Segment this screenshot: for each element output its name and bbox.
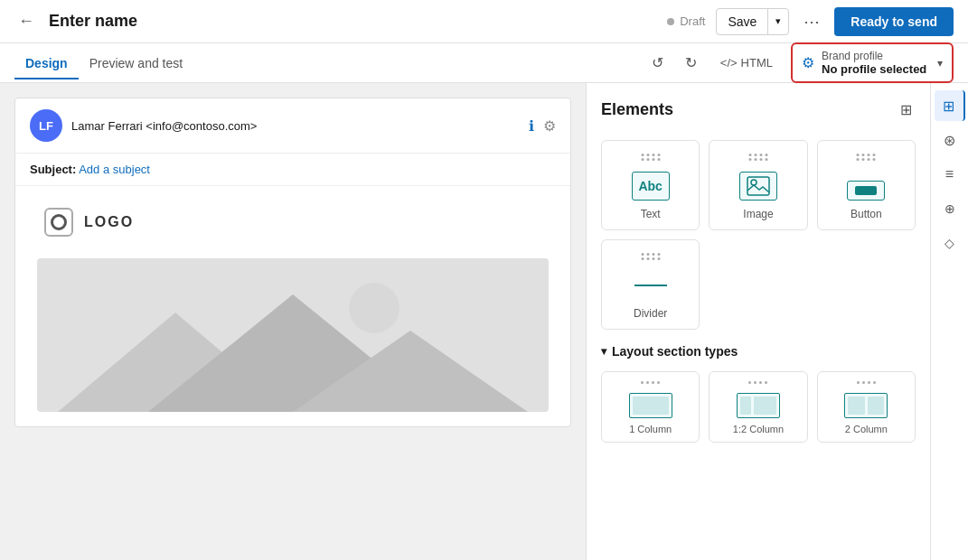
- element-text[interactable]: Abc Text: [601, 140, 700, 230]
- draft-badge: Draft: [667, 14, 705, 28]
- brand-profile-selector[interactable]: ⚙ Brand profile No profile selected ▾: [791, 42, 954, 83]
- element-button-inner: [844, 154, 888, 201]
- button-dots: [857, 154, 876, 161]
- far-right-personalize-icon[interactable]: ⊕: [935, 193, 965, 224]
- email-body: LOGO: [15, 186, 570, 412]
- button-icon: [847, 181, 885, 201]
- layout-2col-label: 2 Column: [845, 424, 888, 434]
- element-image-label: Image: [743, 208, 773, 220]
- html-view-button[interactable]: </> HTML: [713, 52, 780, 73]
- logo-text: LOGO: [84, 214, 134, 230]
- more-options-button[interactable]: ⋯: [796, 8, 827, 35]
- tabbar-right: ↺ ↻ </> HTML ⚙ Brand profile No profile …: [646, 42, 954, 83]
- draft-dot: [667, 18, 674, 25]
- image-icon: [739, 172, 777, 201]
- element-image[interactable]: Image: [709, 140, 807, 230]
- info-icon[interactable]: ℹ: [529, 117, 534, 135]
- redo-button[interactable]: ↻: [680, 51, 702, 75]
- layout-2col-preview: [844, 393, 888, 418]
- settings-icon[interactable]: ⚙: [543, 117, 556, 135]
- layout-1col-preview: [629, 393, 672, 418]
- element-divider-label: Divider: [634, 307, 667, 320]
- ready-to-send-button[interactable]: Ready to send: [834, 7, 954, 36]
- element-button-label: Button: [851, 208, 882, 220]
- avatar: LF: [30, 109, 62, 142]
- subject-line: Subject: Add a subject: [15, 154, 570, 186]
- back-button[interactable]: ←: [14, 8, 38, 34]
- panel-title: Elements: [601, 100, 673, 119]
- element-button[interactable]: Button: [817, 140, 916, 230]
- image-placeholder: [37, 258, 549, 412]
- logo-icon: [44, 208, 73, 237]
- topbar-actions: Save ▾ ⋯ Ready to send: [716, 7, 954, 36]
- element-text-inner: Abc: [629, 154, 672, 201]
- text-dots: [641, 154, 660, 161]
- svg-rect-5: [747, 177, 769, 195]
- undo-button[interactable]: ↺: [646, 51, 669, 75]
- panel-view-button[interactable]: ⊞: [897, 98, 916, 122]
- layout-12col-label: 1:2 Column: [733, 424, 784, 434]
- brand-profile-caret-icon: ▾: [937, 57, 943, 70]
- divider-dots: [641, 253, 660, 260]
- layout-grid: 1 Column 1:2 Column: [601, 371, 916, 443]
- page-title: Enter name: [49, 12, 656, 31]
- code-icon: </>: [720, 56, 738, 70]
- layout-section-header[interactable]: ▾ Layout section types: [601, 344, 916, 359]
- layout-1col-label: 1 Column: [629, 424, 672, 434]
- element-image-inner: [737, 154, 780, 201]
- logo-circle: [51, 214, 67, 230]
- layout-12col-preview: [737, 393, 780, 418]
- save-button-group: Save ▾: [716, 8, 789, 35]
- element-text-label: Text: [641, 208, 661, 220]
- email-header-icons: ℹ ⚙: [529, 117, 556, 135]
- sender-info: Lamar Ferrari <info@contoso.com>: [71, 119, 520, 133]
- text-icon: Abc: [632, 172, 670, 201]
- subject-value[interactable]: Add a subject: [79, 163, 150, 176]
- brand-profile-gear-icon: ⚙: [802, 54, 814, 71]
- far-right-conditions-icon[interactable]: ≡: [935, 159, 965, 190]
- layout-collapse-icon: ▾: [601, 345, 606, 358]
- save-main-button[interactable]: Save: [717, 9, 768, 34]
- tab-design[interactable]: Design: [14, 47, 79, 79]
- elements-grid: Abc Text: [601, 140, 916, 330]
- right-panel: Elements ⊞: [586, 83, 930, 560]
- layout-1col[interactable]: 1 Column: [601, 371, 700, 443]
- layout-12col[interactable]: 1:2 Column: [709, 371, 807, 443]
- divider-icon: [632, 271, 670, 300]
- svg-point-4: [349, 283, 399, 333]
- far-right-accessibility-icon[interactable]: ◇: [935, 228, 965, 258]
- image-dots: [748, 154, 767, 161]
- tab-preview[interactable]: Preview and test: [79, 47, 194, 79]
- far-right-elements-icon[interactable]: ⊞: [935, 90, 965, 121]
- topbar: ← Enter name Draft Save ▾ ⋯ Ready to sen…: [0, 0, 968, 43]
- brand-profile-text: Brand profile No profile selected: [822, 50, 926, 76]
- save-caret-button[interactable]: ▾: [768, 10, 788, 33]
- element-divider-inner: [629, 253, 672, 300]
- element-divider[interactable]: Divider: [601, 239, 700, 330]
- main-layout: LF Lamar Ferrari <info@contoso.com> ℹ ⚙ …: [0, 83, 968, 560]
- canvas-area: LF Lamar Ferrari <info@contoso.com> ℹ ⚙ …: [0, 83, 586, 560]
- email-header: LF Lamar Ferrari <info@contoso.com> ℹ ⚙: [15, 98, 570, 154]
- panel-header: Elements ⊞: [601, 98, 916, 122]
- far-right-connect-icon[interactable]: ⊛: [935, 125, 965, 155]
- divider-line: [634, 285, 667, 286]
- logo-section: LOGO: [15, 186, 570, 258]
- layout-2col[interactable]: 2 Column: [817, 371, 916, 443]
- tabbar: Design Preview and test ↺ ↻ </> HTML ⚙ B…: [0, 43, 968, 83]
- panel-content: Elements ⊞: [587, 83, 930, 457]
- email-container: LF Lamar Ferrari <info@contoso.com> ℹ ⚙ …: [14, 98, 571, 427]
- far-right-panel: ⊞ ⊛ ≡ ⊕ ◇: [930, 83, 968, 560]
- button-inner-rect: [855, 186, 877, 195]
